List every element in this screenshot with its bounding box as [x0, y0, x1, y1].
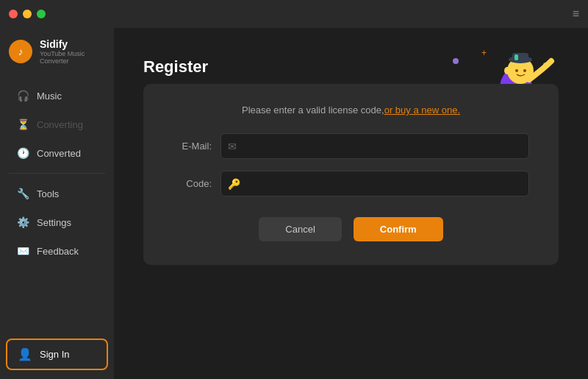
sidebar-nav: 🎧 Music ⏳ Converting 🕐 Converted 🔧 Tools	[0, 75, 114, 330]
tools-icon: 🔧	[16, 187, 29, 200]
cancel-button[interactable]: Cancel	[259, 217, 341, 241]
register-container: + ♪	[114, 28, 588, 379]
sidebar-settings-label: Settings	[37, 217, 71, 228]
sidebar: ♪ Sidify YouTube Music Converter 🎧 Music…	[0, 28, 114, 379]
app-subtitle: YouTube Music Converter	[40, 50, 105, 65]
main-content: + ♪	[114, 28, 588, 379]
svg-rect-12	[514, 54, 518, 60]
logo-text: Sidify YouTube Music Converter	[40, 38, 105, 65]
sidebar-converting-label: Converting	[37, 119, 83, 130]
register-desc-text: Please enter a valid license code,	[242, 105, 384, 116]
code-input-wrapper: 🔑	[220, 171, 529, 196]
svg-point-15	[504, 67, 510, 74]
sidebar-bottom: 👤 Sign In	[0, 330, 114, 379]
sidebar-item-settings[interactable]: ⚙️ Settings	[4, 208, 110, 236]
settings-icon: ⚙️	[16, 216, 29, 229]
app-title: Sidify	[40, 38, 105, 50]
sidebar-feedback-label: Feedback	[37, 246, 79, 257]
nav-divider	[9, 173, 105, 174]
sidebar-item-feedback[interactable]: ✉️ Feedback	[4, 237, 110, 265]
code-label: Code:	[173, 178, 220, 189]
svg-point-13	[515, 69, 518, 72]
converting-icon: ⏳	[16, 118, 29, 131]
sidebar-item-converted[interactable]: 🕐 Converted	[4, 139, 110, 167]
maximize-button[interactable]	[37, 10, 46, 18]
sign-in-label: Sign In	[40, 349, 69, 360]
email-input[interactable]	[220, 133, 529, 159]
logo-music-icon: ♪	[18, 46, 24, 57]
sidebar-item-tools[interactable]: 🔧 Tools	[4, 180, 110, 208]
sign-in-button[interactable]: 👤 Sign In	[6, 339, 108, 370]
sidebar-item-music[interactable]: 🎧 Music	[4, 82, 110, 110]
feedback-icon: ✉️	[16, 244, 29, 258]
app-body: ♪ Sidify YouTube Music Converter 🎧 Music…	[0, 28, 588, 379]
minimize-button[interactable]	[23, 10, 32, 18]
email-row: E-Mail: ✉	[173, 133, 529, 159]
email-label: E-Mail:	[173, 141, 220, 152]
sidebar-converted-label: Converted	[37, 148, 81, 159]
svg-point-0	[453, 58, 459, 64]
svg-text:+: +	[481, 48, 487, 58]
close-button[interactable]	[9, 10, 18, 18]
menu-icon[interactable]: ≡	[573, 7, 579, 21]
sidebar-item-converting: ⏳ Converting	[4, 110, 110, 138]
email-input-wrapper: ✉	[220, 133, 529, 159]
sidebar-tools-label: Tools	[37, 188, 59, 199]
sign-in-icon: 👤	[18, 347, 32, 361]
traffic-lights	[9, 10, 46, 18]
register-modal: Please enter a valid license code,or buy…	[143, 84, 559, 265]
svg-point-14	[523, 69, 526, 72]
title-bar: ≡	[0, 0, 588, 28]
headphones-icon: 🎧	[16, 89, 29, 102]
form-buttons: Cancel Confirm	[173, 217, 529, 241]
sidebar-music-label: Music	[37, 91, 62, 102]
confirm-button[interactable]: Confirm	[354, 217, 443, 241]
converted-icon: 🕐	[16, 146, 29, 160]
code-input[interactable]	[220, 171, 529, 196]
logo-icon: ♪	[9, 40, 32, 63]
buy-new-link[interactable]: or buy a new one.	[384, 105, 460, 116]
code-row: Code: 🔑	[173, 171, 529, 196]
sidebar-logo: ♪ Sidify YouTube Music Converter	[0, 28, 114, 75]
register-description: Please enter a valid license code,or buy…	[173, 105, 529, 116]
